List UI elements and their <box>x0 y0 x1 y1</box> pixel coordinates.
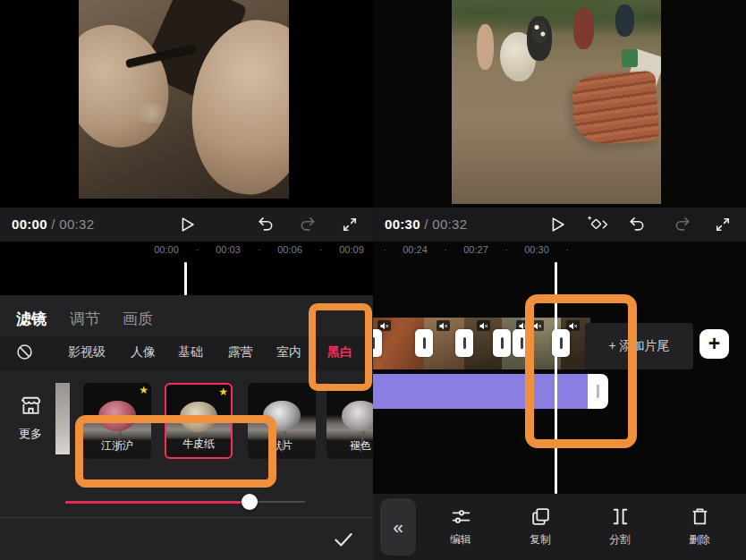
split-label: 分割 <box>609 532 631 547</box>
brick-pile <box>571 71 659 146</box>
category-indoor[interactable]: 室内 <box>276 344 301 361</box>
ruler-dot: · <box>496 244 516 255</box>
time-separator: / <box>424 216 428 232</box>
worker-figure <box>527 16 552 61</box>
copy-label: 复制 <box>530 532 551 547</box>
right-video-preview[interactable] <box>452 0 661 204</box>
redo-button[interactable] <box>674 216 691 233</box>
tab-quality[interactable]: 画质 <box>123 309 153 329</box>
confirm-button[interactable] <box>332 528 355 555</box>
mute-icon <box>437 320 450 331</box>
undo-button[interactable] <box>257 216 275 233</box>
ruler-dot: · <box>375 244 394 255</box>
mute-icon <box>530 320 544 331</box>
right-playback-bar: 00:30 / 00:32 <box>373 208 746 242</box>
slider-handle[interactable] <box>242 494 258 510</box>
category-basic[interactable]: 基础 <box>178 344 203 361</box>
ruler-tick: 00:30 <box>516 244 557 255</box>
worker-figure <box>615 4 634 37</box>
worker-figure <box>477 24 494 69</box>
filter-name: 牛皮纸 <box>166 437 231 452</box>
play-button[interactable] <box>547 215 567 234</box>
left-timeline-ruler: 00:00 · 00:03 · 00:06 · 00:09 <box>146 244 372 255</box>
copy-icon <box>530 505 552 528</box>
collapse-icon: « <box>393 516 403 538</box>
no-filter-icon[interactable] <box>15 343 34 365</box>
left-playhead[interactable] <box>184 262 187 295</box>
rose-art <box>98 401 136 431</box>
audio-track-trim-handle[interactable] <box>588 374 608 409</box>
left-video-preview[interactable] <box>79 0 289 199</box>
total-time: 00:32 <box>59 216 94 232</box>
split-button[interactable]: 分割 <box>580 505 660 547</box>
total-time: 00:32 <box>432 216 467 232</box>
more-filters-button[interactable]: 更多 <box>11 394 50 442</box>
shop-icon <box>19 394 43 418</box>
play-button[interactable] <box>177 215 197 234</box>
right-timeline-ruler: · 00:24 · 00:27 · 00:30 · <box>375 244 577 255</box>
green-bucket <box>622 49 639 68</box>
star-icon: ★ <box>218 386 228 398</box>
plus-icon: + <box>708 334 720 354</box>
ruler-tick: 00:27 <box>455 244 496 255</box>
mute-icon <box>477 320 490 331</box>
check-icon <box>332 528 355 551</box>
edit-button[interactable]: 编辑 <box>420 505 501 547</box>
filter-card-mopian[interactable]: 默片 <box>248 383 316 459</box>
fullscreen-button[interactable] <box>714 216 732 233</box>
trash-icon <box>689 505 711 528</box>
left-editor-screen: 00:00 / 00:32 00:00 · 00:03 · 00:06 · <box>0 0 373 560</box>
undo-button[interactable] <box>628 216 646 233</box>
ruler-dot: · <box>249 244 269 255</box>
add-keyframe-button[interactable] <box>586 215 609 234</box>
transition-marker[interactable] <box>493 329 511 357</box>
add-ending-label: + 添加片尾 <box>608 338 669 354</box>
ruler-tick: 00:24 <box>394 244 436 255</box>
right-time-display: 00:30 / 00:32 <box>385 216 467 232</box>
left-time-display: 00:00 / 00:32 <box>12 216 94 232</box>
panel-tabs: 滤镜 调节 画质 <box>0 301 373 336</box>
add-ending-button[interactable]: + 添加片尾 <box>585 323 693 369</box>
ruler-dot: · <box>557 244 577 255</box>
filter-intensity-slider[interactable] <box>65 494 305 510</box>
filter-card-tuise[interactable]: 褪色 <box>326 383 373 459</box>
filter-category-bar: 影视级 人像 基础 露营 室内 黑白 <box>0 336 373 370</box>
ruler-tick: 00:00 <box>146 244 187 255</box>
right-playhead[interactable] <box>555 262 557 494</box>
current-time: 00:00 <box>12 216 47 232</box>
add-clip-button[interactable]: + <box>699 329 729 359</box>
fullscreen-button[interactable] <box>341 216 359 233</box>
transition-marker[interactable] <box>455 329 473 357</box>
category-cinematic[interactable]: 影视级 <box>68 344 106 361</box>
rose-art <box>342 401 373 431</box>
filter-name: 江浙沪 <box>83 438 151 454</box>
transition-marker[interactable] <box>415 329 433 357</box>
edit-label: 编辑 <box>450 532 471 547</box>
filter-panel: 滤镜 调节 画质 影视级 人像 基础 露营 室内 黑白 更多 <box>0 295 373 517</box>
ruler-dot: · <box>436 244 455 255</box>
ruler-tick: 00:06 <box>269 244 310 255</box>
filter-thumb-partial[interactable] <box>55 383 70 454</box>
collapse-toolbar-button[interactable]: « <box>380 498 416 556</box>
transition-marker[interactable] <box>373 329 382 357</box>
time-separator: / <box>51 216 55 232</box>
category-camping[interactable]: 露营 <box>228 344 253 361</box>
sliders-icon <box>450 505 472 528</box>
filter-card-niupizhi-selected[interactable]: ★ 牛皮纸 <box>165 383 233 459</box>
worker-figure <box>573 8 594 49</box>
clip-toolbar: « 编辑 复制 分割 删除 <box>373 494 746 560</box>
category-portrait[interactable]: 人像 <box>131 344 156 361</box>
tab-filter[interactable]: 滤镜 <box>16 309 47 329</box>
delete-button[interactable]: 删除 <box>659 505 740 547</box>
redo-button[interactable] <box>299 216 317 233</box>
shavings <box>133 103 171 123</box>
mute-icon <box>566 320 580 331</box>
left-playback-bar: 00:00 / 00:32 <box>0 208 373 242</box>
right-editor-screen: 00:30 / 00:32 · 00:24 · 00: <box>373 0 746 560</box>
filter-card-jiangzhehu[interactable]: ★ 江浙沪 <box>83 383 151 459</box>
transition-marker[interactable] <box>513 329 530 357</box>
ruler-tick: 00:09 <box>331 244 372 255</box>
category-blackwhite[interactable]: 黑白 <box>327 344 352 361</box>
tab-adjust[interactable]: 调节 <box>70 309 100 329</box>
copy-button[interactable]: 复制 <box>500 505 581 547</box>
